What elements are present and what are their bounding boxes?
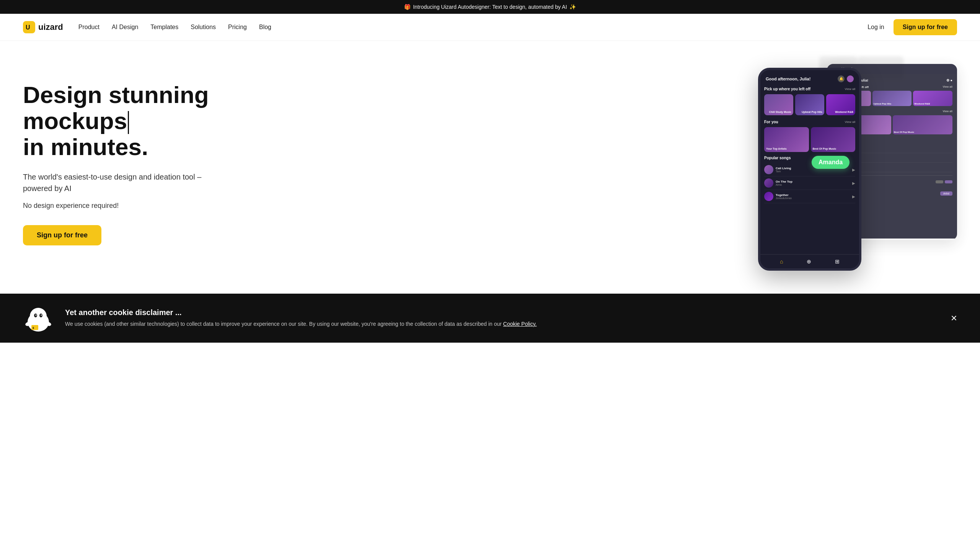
announcement-bar: 🎁 Introducing Uizard Autodesigner: Text …: [0, 0, 980, 14]
phone-mockup: Good afternoon, Julia! 🔔 Pick up where y…: [758, 68, 861, 271]
phone-song-2: On The Top Alma ▶: [764, 176, 855, 190]
hero-visuals: 4. Dashboard Good afternoon, Julia! ⚙ ● …: [735, 64, 957, 263]
nav-link-ai-design[interactable]: AI Design: [112, 24, 138, 30]
phone-music-card-2: Upbeat Pop Hits: [795, 94, 824, 115]
cookie-banner: $ Yet another cookie disclaimer ... We u…: [0, 294, 980, 343]
nav-signup-button[interactable]: Sign up for free: [894, 19, 957, 35]
hero-title-line3: in minutes.: [23, 134, 148, 160]
svg-text:$: $: [33, 327, 34, 330]
phone-nav-search: ⊕: [807, 258, 811, 265]
nav-item-blog[interactable]: Blog: [259, 24, 271, 31]
nav-left: U uizard Product AI Design Templates Sol…: [23, 21, 271, 33]
phone-song-info-2: On The Top Alma: [776, 180, 850, 186]
phone-nav-home: ⌂: [780, 258, 783, 265]
phone-nav-bar: ⌂ ⊕ ⊞: [760, 254, 859, 268]
phone-play-3: ▶: [852, 194, 855, 199]
nav-item-solutions[interactable]: Solutions: [191, 24, 216, 31]
cookie-title: Yet another cookie disclaimer ...: [65, 308, 957, 317]
desktop-card-2: Upbeat Pop Hits: [872, 91, 912, 106]
hero-subtitle: The world's easiest-to-use design and id…: [23, 171, 222, 194]
svg-point-6: [36, 315, 37, 316]
hero-title-line2: mockups: [23, 108, 127, 134]
cookie-close-button[interactable]: ×: [951, 312, 957, 324]
nav-item-pricing[interactable]: Pricing: [228, 24, 247, 31]
phone-greeting: Good afternoon, Julia!: [766, 77, 810, 81]
nav-links: Product AI Design Templates Solutions Pr…: [78, 24, 271, 31]
nav-item-templates[interactable]: Templates: [150, 24, 178, 31]
hero-cta-button[interactable]: Sign up for free: [23, 225, 101, 245]
nav-link-pricing[interactable]: Pricing: [228, 24, 247, 30]
phone-song-avatar-3: [764, 192, 773, 201]
phone-play-1: ▶: [852, 168, 855, 172]
nav-item-ai-design[interactable]: AI Design: [112, 24, 138, 31]
amanda-bubble: Amanda: [812, 156, 850, 169]
logo-icon: U: [23, 21, 35, 33]
svg-point-3: [30, 308, 47, 325]
phone-bell-icon: 🔔: [838, 75, 845, 82]
phone-section1-label: Pick up where you left off View all: [764, 87, 855, 91]
phone-music-card-1: Chill Study Music: [764, 94, 793, 115]
nav-link-product[interactable]: Product: [78, 24, 99, 30]
announcement-emoji-right: ✨: [569, 4, 576, 10]
phone-for-you-cards: Your Top Artists Best Of Pop Music: [764, 127, 855, 152]
phone-fy-card-2: Best Of Pop Music: [811, 127, 856, 152]
desktop-fy-card-2: Best Of Pop Music: [893, 115, 952, 134]
desktop-action-arrow: Artist: [940, 191, 952, 196]
nav-link-blog[interactable]: Blog: [259, 24, 271, 30]
logo-text: uizard: [38, 22, 63, 32]
phone-header-icons: 🔔: [838, 75, 854, 82]
phone-header: Good afternoon, Julia! 🔔: [764, 75, 855, 82]
phone-fy-card-1: Your Top Artists: [764, 127, 809, 152]
phone-song-avatar-2: [764, 178, 773, 188]
hero-note: No design experience required!: [23, 202, 222, 210]
hero-title: Design stunning mockups in minutes.: [23, 82, 222, 160]
phone-avatar-icon: [847, 75, 854, 82]
hero-title-line1: Design stunning: [23, 82, 209, 108]
phone-song-info-3: Together Jonas&Jonas: [776, 193, 850, 199]
announcement-emoji-left: 🎁: [404, 4, 411, 10]
cookie-text-block: Yet another cookie disclaimer ... We use…: [65, 308, 957, 328]
phone-music-cards: Chill Study Music Upbeat Pop Hits Weeken…: [764, 94, 855, 115]
cookie-policy-link[interactable]: Cookie Policy.: [503, 321, 537, 327]
phone-play-2: ▶: [852, 181, 855, 185]
login-button[interactable]: Log in: [867, 24, 884, 31]
nav-item-product[interactable]: Product: [78, 24, 99, 31]
svg-point-7: [41, 315, 42, 316]
desktop-card-3: Weekend R&B: [913, 91, 952, 106]
phone-screen: Good afternoon, Julia! 🔔 Pick up where y…: [760, 70, 859, 268]
nav-link-templates[interactable]: Templates: [150, 24, 178, 30]
nav-link-solutions[interactable]: Solutions: [191, 24, 216, 30]
phone-song-3: Together Jonas&Jonas ▶: [764, 190, 855, 203]
text-cursor: [128, 111, 129, 134]
announcement-text: Introducing Uizard Autodesigner: Text to…: [413, 4, 567, 10]
cookie-mascot-illustration: $: [23, 303, 54, 333]
nav-right: Log in Sign up for free: [867, 19, 957, 35]
navbar: U uizard Product AI Design Templates Sol…: [0, 14, 980, 41]
phone-nav-library: ⊞: [835, 258, 840, 265]
phone-section2-label: For you View all: [764, 120, 855, 124]
hero-left: Design stunning mockups in minutes. The …: [23, 82, 222, 245]
svg-text:U: U: [26, 24, 30, 31]
phone-song-avatar-1: [764, 165, 773, 174]
cookie-body-text: We use cookies (and other similar techno…: [65, 320, 957, 328]
hero-section: Design stunning mockups in minutes. The …: [0, 41, 980, 294]
phone-music-card-3: Weekend R&B: [826, 94, 855, 115]
phone-for-you-section: For you View all Your Top Artists Best O…: [764, 120, 855, 152]
logo[interactable]: U uizard: [23, 21, 63, 33]
